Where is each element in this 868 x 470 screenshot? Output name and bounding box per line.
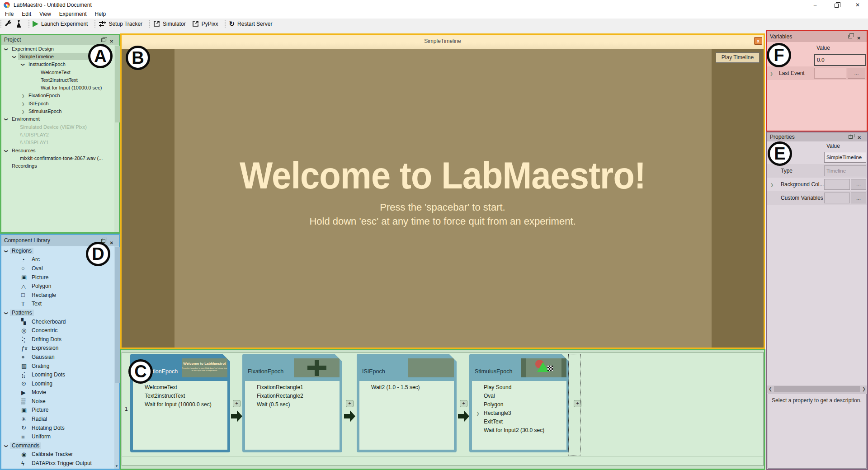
properties-hscrollbar[interactable]: ❮ ❯ <box>767 385 867 393</box>
project-tree-row[interactable]: ISIEpoch <box>1 99 119 107</box>
epoch-component-item[interactable]: ExitText <box>472 418 566 426</box>
launch-experiment-button[interactable]: Launch Experiment <box>28 19 94 29</box>
project-scrollbar[interactable] <box>114 45 119 232</box>
property-name-input[interactable]: SimpleTimeline <box>824 152 866 163</box>
project-tree-row[interactable]: FixationEpoch <box>1 92 119 99</box>
epoch-component-item[interactable]: Text2instructText <box>133 392 226 400</box>
setup-tracker-button[interactable]: Setup Tracker <box>94 19 149 29</box>
epoch-component-item[interactable]: Rectangle3 <box>472 409 566 418</box>
menu-item[interactable]: Experiment <box>55 10 91 19</box>
property-value-box[interactable] <box>824 179 850 190</box>
library-row[interactable]: ■ Uniform <box>1 432 119 441</box>
epoch-component-item[interactable]: Oval <box>472 392 566 400</box>
library-row[interactable]: ↻ Rotating Dots <box>1 423 119 432</box>
epoch-component-item[interactable]: Wait for Input2 (30.0 sec) <box>472 426 566 435</box>
project-tree-row[interactable]: Simulated Device (VIEW Pixx) <box>1 123 119 131</box>
pypixx-button[interactable]: PyPixx <box>192 20 218 27</box>
library-row[interactable]: ϟ DATAPixx Trigger Output <box>1 459 119 468</box>
library-row[interactable]: T Text <box>1 300 119 309</box>
menu-item[interactable]: Edit <box>18 10 35 19</box>
project-tree-row[interactable]: Recordings <box>1 162 119 169</box>
epoch-component-item[interactable]: Play Sound <box>472 383 566 392</box>
library-row[interactable]: ▣ Picture <box>1 273 119 282</box>
project-tree-row[interactable]: \\.\DISPLAY1 <box>1 139 119 146</box>
project-tree-row[interactable]: \\.\DISPLAY2 <box>1 131 119 138</box>
library-row[interactable]: ◎ Concentric <box>1 326 119 335</box>
timeline-epoch-card[interactable]: FixationEpoch FixationRectangle1 Fixatio… <box>242 354 342 452</box>
scroll-right-icon[interactable]: ❯ <box>861 385 867 393</box>
property-more-button[interactable]: ... <box>851 179 866 190</box>
variable-more-button[interactable]: ... <box>848 68 865 79</box>
library-row[interactable]: ⢕ Drifting Dots <box>1 335 119 344</box>
epoch-component-item[interactable]: Wait2 (1.0 - 1.5 sec) <box>359 383 453 392</box>
library-row[interactable]: ✳ Radial <box>1 414 119 423</box>
timeline-empty-cell[interactable] <box>568 354 581 456</box>
scroll-left-icon[interactable]: ❮ <box>767 385 774 393</box>
project-tree-row[interactable]: Environment <box>1 115 119 123</box>
float-panel-icon[interactable] <box>848 35 852 38</box>
variable-value-box[interactable] <box>814 68 846 79</box>
annotation-circle: E <box>768 141 792 166</box>
menu-item[interactable]: File <box>1 10 18 19</box>
epoch-component-item[interactable]: Wait for Input (10000.0 sec) <box>133 400 226 409</box>
scroll-down-icon[interactable]: ▼ <box>114 464 119 468</box>
project-tree-row[interactable]: Resources <box>1 146 119 154</box>
library-row[interactable]: ▚ Checkerboard <box>1 317 119 326</box>
library-row[interactable]: ▣ Picture <box>1 406 119 415</box>
epoch-component-item[interactable]: Wait (0.5 sec) <box>245 400 339 409</box>
restore-button[interactable] <box>829 0 844 10</box>
library-row[interactable]: ƒx Expression <box>1 344 119 353</box>
library-row[interactable]: ⣮ Looming Dots <box>1 370 119 379</box>
close-panel-icon[interactable]: ✕ <box>110 37 113 46</box>
stage-close-button[interactable]: x <box>754 37 762 45</box>
add-epoch-button[interactable]: + <box>346 400 354 407</box>
movie-icon: ▶ <box>21 389 32 396</box>
project-tree-row[interactable]: StimulusEpoch <box>1 107 119 115</box>
library-row[interactable]: ▒ Noise <box>1 397 119 406</box>
library-row[interactable]: □ Rectangle <box>1 291 119 300</box>
library-row[interactable]: Patterns <box>1 308 119 317</box>
timeline-epoch-card[interactable]: StimulusEpoch ——— ————— Play Sound Oval … <box>469 354 569 452</box>
column-divider[interactable] <box>814 42 814 54</box>
library-row[interactable]: ◉ Calibrate Tracker <box>1 450 119 459</box>
library-row[interactable]: ▶ Movie <box>1 388 119 397</box>
epoch-component-item[interactable]: Polygon <box>472 400 566 409</box>
float-panel-icon[interactable] <box>849 135 853 139</box>
menu-item[interactable]: View <box>35 10 55 19</box>
project-tree-row[interactable]: Wait for Input (10000.0 sec) <box>1 84 119 91</box>
project-tree-row[interactable]: mixkit-confirmation-tone-2867.wav (... <box>1 154 119 162</box>
add-epoch-button[interactable]: + <box>233 400 241 407</box>
simulator-button[interactable]: Simulator <box>153 20 186 27</box>
library-row[interactable]: ▧ Grating <box>1 362 119 371</box>
project-tree-row[interactable]: WelcomeText <box>1 68 119 76</box>
variable-value-input[interactable]: 0.0 <box>814 54 866 66</box>
scrollbar-thumb[interactable] <box>774 386 860 392</box>
property-more-button[interactable]: ... <box>851 193 866 203</box>
wrench-icon[interactable] <box>5 20 12 28</box>
epoch-component-item[interactable]: WelcomeText <box>133 383 226 392</box>
restart-server-button[interactable]: ↻ Restart Server <box>224 19 278 29</box>
epoch-component-item[interactable]: FixationRectangle2 <box>245 392 339 400</box>
timeline-epoch-card[interactable]: ISIEpoch Wait2 (1.0 - 1.5 sec) <box>357 354 457 452</box>
property-value-box[interactable] <box>824 193 850 203</box>
close-button[interactable]: ✕ <box>850 0 865 10</box>
library-row[interactable]: ● Gaussian <box>1 352 119 362</box>
float-panel-icon[interactable] <box>101 38 105 42</box>
chevron-icon <box>3 148 10 153</box>
add-epoch-button[interactable]: + <box>460 400 467 407</box>
library-scrollbar[interactable] <box>114 246 119 469</box>
close-panel-icon[interactable]: ✕ <box>110 237 113 249</box>
minimize-button[interactable]: – <box>807 0 823 10</box>
flow-arrow-icon <box>344 410 355 422</box>
play-timeline-button[interactable]: Play Timeline <box>716 52 760 63</box>
menu-item[interactable]: Help <box>91 10 110 19</box>
epoch-component-item[interactable]: FixationRectangle1 <box>245 383 339 392</box>
project-tree-row[interactable]: Text2instructText <box>1 76 119 84</box>
chevron-icon[interactable] <box>770 70 773 76</box>
chevron-icon[interactable] <box>770 181 774 188</box>
close-panel-icon[interactable]: ✕ <box>858 133 861 142</box>
calibration-tool-icon[interactable] <box>16 20 22 28</box>
library-row[interactable]: △ Polygon <box>1 282 119 291</box>
library-row[interactable]: ⊙ Looming <box>1 379 119 388</box>
library-row[interactable]: Commands <box>1 441 119 450</box>
